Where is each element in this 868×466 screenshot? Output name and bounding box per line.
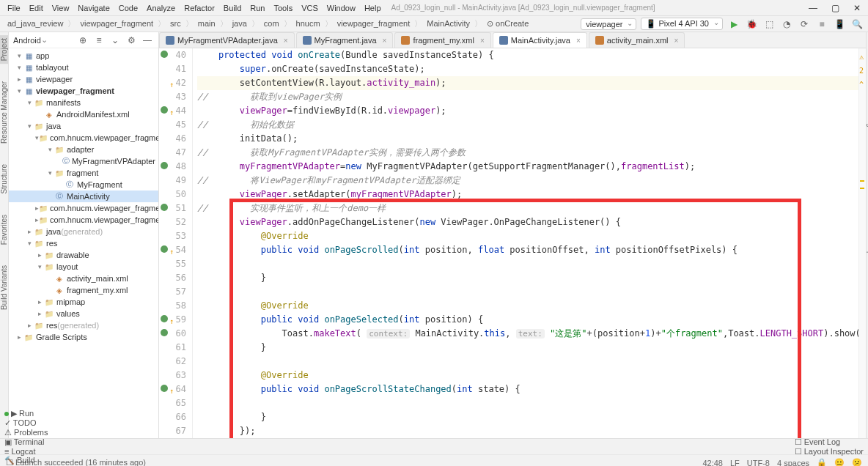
tree-node[interactable]: ▸ mipmap — [9, 296, 158, 308]
breadcrumb[interactable]: MainActivity — [424, 18, 473, 29]
breadcrumb[interactable]: src — [167, 18, 184, 29]
override-mark-icon[interactable] — [161, 51, 168, 58]
code-line[interactable]: viewPager=findViewById(R.id.viewpager); — [197, 104, 866, 118]
code-line[interactable]: myFragmentVPAdapter=new MyFragmentVPAdap… — [197, 160, 866, 174]
status-cell[interactable]: LF — [730, 459, 740, 467]
gutter-line[interactable]: 47 — [159, 146, 186, 160]
attach-icon[interactable]: ⟳ — [798, 18, 811, 31]
gutter-line[interactable]: 46 — [159, 132, 186, 146]
menu-help[interactable]: Help — [360, 2, 386, 14]
run-config-dropdown[interactable]: viewpager — [581, 18, 636, 30]
stop-icon[interactable]: ■ — [815, 18, 828, 31]
maximize-icon[interactable]: ▢ — [827, 3, 843, 13]
status-cell[interactable]: 42:48 — [702, 459, 723, 467]
tree-twisty[interactable]: ▾ — [15, 64, 23, 71]
code-line[interactable]: } — [197, 410, 866, 424]
gutter-line[interactable]: ↑44 — [159, 104, 186, 118]
tool-problems[interactable]: ⚠ Problems — [4, 428, 67, 437]
tree-twisty[interactable]: ▾ — [25, 122, 34, 130]
gutter-line[interactable]: 50 — [159, 188, 186, 201]
code-line[interactable]: viewPager.setAdapter(myFragmentVPAdapter… — [197, 188, 866, 201]
code-line[interactable]: @Override — [197, 369, 866, 382]
code-line[interactable]: setContentView(R.layout.activity_main); — [197, 76, 866, 90]
tree-node[interactable]: ◈ fragment_my.xml — [9, 284, 158, 296]
expand-icon[interactable]: ≡ — [92, 34, 106, 47]
breadcrumb[interactable]: viewpager_fragment — [77, 18, 156, 29]
gutter-line[interactable]: 48 — [159, 160, 186, 174]
gutter-line[interactable]: 65 — [159, 396, 186, 410]
override-mark-icon[interactable] — [161, 245, 168, 253]
tree-node[interactable]: ▸ drawable — [9, 249, 158, 261]
tool-event-log[interactable]: ☐ Event Log — [795, 437, 864, 447]
tree-node[interactable]: ▾ layout — [9, 261, 158, 273]
override-mark-icon[interactable] — [161, 385, 168, 392]
sync-icon[interactable]: 🔍 — [850, 18, 864, 31]
tree-node[interactable]: ◈ AndroidManifest.xml — [9, 108, 158, 120]
gutter-line[interactable]: 53 — [159, 229, 186, 243]
menu-vcs[interactable]: VCS — [297, 2, 323, 14]
tool-layout-inspector[interactable]: ☐ Layout Inspector — [795, 447, 864, 456]
rail-resource-manager[interactable]: Resource Manager — [0, 78, 8, 147]
sidebar-title[interactable]: Android — [13, 36, 41, 45]
breadcrumb[interactable]: ⊙ onCreate — [484, 18, 532, 29]
tree-twisty[interactable]: ▾ — [25, 240, 34, 247]
gutter-line[interactable]: 56 — [159, 271, 186, 285]
gutter[interactable]: 4041↑4243↑44454647484950515253↑545556575… — [159, 48, 193, 438]
code-line[interactable]: protected void onCreate(Bundle savedInst… — [197, 48, 866, 62]
tree-node[interactable]: Ⓒ MyFragment — [9, 179, 158, 191]
gutter-line[interactable]: 52 — [159, 215, 186, 229]
tree-twisty[interactable]: ▸ — [35, 298, 44, 306]
project-tree[interactable]: ▾ ▦ app ▾ ▦ tablayout ▸ ▦ viewpager ▾ ▦ … — [9, 48, 158, 438]
code-line[interactable]: @Override — [197, 229, 866, 243]
code-line[interactable] — [197, 257, 866, 271]
gutter-line[interactable]: 43 — [159, 90, 186, 104]
collapse-icon[interactable]: ⌄ — [108, 34, 122, 47]
face2-icon[interactable]: 😕 — [852, 458, 862, 466]
menu-edit[interactable]: Edit — [25, 2, 48, 14]
breadcrumb[interactable]: java — [229, 18, 250, 29]
breadcrumb[interactable]: main — [195, 18, 218, 29]
code-line[interactable]: // 实现事件监听，和上一个demo一样 — [197, 201, 866, 215]
tree-node[interactable]: ▸ com.hnucm.viewpager_fragment (test) — [9, 214, 158, 226]
tree-twisty[interactable]: ▸ — [25, 322, 34, 329]
tool-todo[interactable]: ✓ TODO — [4, 418, 67, 428]
tree-node[interactable]: ▾ fragment — [9, 167, 158, 179]
code-line[interactable] — [197, 396, 866, 410]
code-line[interactable]: public void onPageScrolled(int position,… — [197, 243, 866, 257]
status-cell[interactable]: 4 spaces — [777, 459, 809, 467]
gutter-line[interactable]: 63 — [159, 369, 186, 382]
menu-view[interactable]: View — [48, 2, 74, 14]
tree-node[interactable]: ▾ com.hnucm.viewpager_fragment — [9, 132, 158, 144]
tool-logcat[interactable]: ≡ Logcat — [4, 447, 67, 456]
override-mark-icon[interactable] — [161, 329, 168, 336]
override-mark-icon[interactable] — [161, 315, 168, 322]
rail-project[interactable]: Project — [0, 35, 8, 64]
profile-icon[interactable]: ◔ — [780, 18, 793, 31]
breadcrumb[interactable]: com — [261, 18, 282, 29]
settings-icon[interactable]: ⚙ — [125, 34, 138, 47]
tree-twisty[interactable]: ▸ — [15, 75, 23, 83]
tree-node[interactable]: ▾ ▦ viewpager_fragment — [9, 85, 158, 97]
gutter-line[interactable]: 40 — [159, 48, 186, 62]
tree-node[interactable]: ▾ res — [9, 237, 158, 249]
coverage-icon[interactable]: ⬚ — [762, 18, 776, 31]
tree-node[interactable]: Ⓒ MainActivity — [9, 191, 158, 202]
tab-close-icon[interactable]: × — [674, 37, 679, 45]
tree-node[interactable]: ▾ manifests — [9, 97, 158, 108]
code-line[interactable]: }); — [197, 424, 866, 438]
tree-node[interactable]: ▸ java (generated) — [9, 226, 158, 237]
code-line[interactable]: initData(); — [197, 132, 866, 146]
lock-icon[interactable]: 🔒 — [817, 458, 827, 466]
status-cell[interactable]: UTF-8 — [747, 459, 770, 467]
avd-icon[interactable]: 📱 — [833, 18, 846, 31]
tree-twisty[interactable]: ▸ — [25, 228, 34, 235]
code-line[interactable]: viewPager.addOnPageChangeListener(new Vi… — [197, 215, 866, 229]
tree-twisty[interactable]: ▾ — [45, 146, 54, 153]
tree-node[interactable]: ▸ com.hnucm.viewpager_fragment (androidT… — [9, 202, 158, 214]
tree-twisty[interactable]: ▾ — [25, 99, 34, 106]
tree-node[interactable]: ▾ java — [9, 120, 158, 132]
breadcrumb[interactable]: hnucm — [293, 18, 323, 29]
gutter-line[interactable]: 67 — [159, 424, 186, 438]
editor-tab[interactable]: MainActivity.java × — [493, 32, 587, 48]
code-line[interactable]: // 获取到viewPager实例 — [197, 90, 866, 104]
